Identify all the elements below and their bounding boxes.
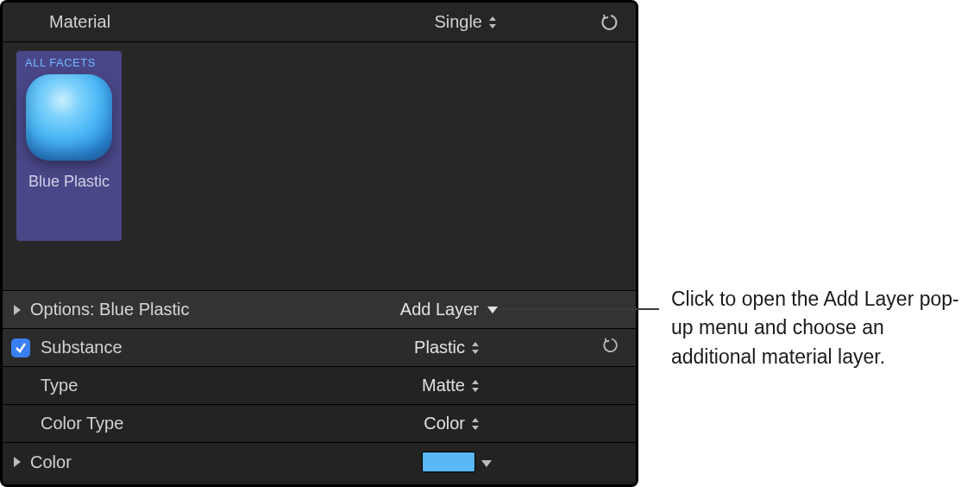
svg-marker-6 [472, 380, 479, 384]
material-mode-value: Single [434, 12, 482, 32]
stepper-icon [487, 16, 498, 29]
type-value-popup[interactable]: Matte [422, 376, 481, 395]
svg-marker-1 [489, 24, 496, 28]
stepper-icon [470, 379, 481, 393]
substance-label: Substance [41, 338, 122, 357]
reset-icon[interactable] [601, 13, 620, 32]
stepper-icon [470, 341, 481, 355]
svg-marker-5 [472, 350, 479, 354]
all-facets-label: ALL FACETS [22, 56, 96, 69]
material-title: Material [49, 12, 434, 32]
svg-marker-2 [14, 305, 21, 315]
svg-marker-9 [472, 426, 479, 430]
stepper-icon [470, 417, 481, 431]
substance-row: Substance Plastic [3, 329, 636, 367]
add-layer-popup[interactable]: Add Layer [400, 300, 499, 319]
svg-marker-11 [481, 460, 492, 467]
substance-checkbox[interactable] [11, 338, 30, 357]
type-label: Type [41, 376, 78, 395]
disclosure-right-icon[interactable] [11, 456, 23, 468]
material-swatch [26, 74, 112, 161]
chevron-down-icon [486, 300, 499, 319]
add-layer-label: Add Layer [400, 300, 479, 319]
disclosure-right-icon[interactable] [11, 304, 23, 316]
substance-value-popup[interactable]: Plastic [414, 338, 481, 357]
color-type-label: Color Type [41, 414, 123, 433]
callout-text: Click to open the Add Layer pop-up menu … [671, 285, 964, 371]
material-preview-well: ALL FACETS Blue Plastic [3, 42, 636, 291]
svg-marker-3 [487, 307, 498, 313]
material-mode-popup[interactable]: Single [434, 12, 498, 32]
callout-line [502, 308, 659, 310]
color-value-group [422, 452, 493, 472]
color-type-row: Color Type Color [3, 405, 636, 443]
svg-marker-4 [472, 342, 479, 346]
facet-card[interactable]: ALL FACETS Blue Plastic [16, 51, 122, 241]
color-well[interactable] [422, 452, 475, 472]
material-inspector-panel: Material Single ALL FACETS Blue Plastic [0, 0, 638, 487]
svg-marker-7 [472, 388, 479, 392]
check-icon [14, 341, 28, 355]
material-name-label: Blue Plastic [28, 173, 110, 191]
type-row: Type Matte [3, 367, 636, 405]
color-label: Color [30, 452, 72, 472]
options-label: Options: Blue Plastic [30, 300, 190, 319]
chevron-down-icon[interactable] [481, 452, 493, 472]
svg-marker-0 [489, 16, 496, 21]
svg-marker-10 [14, 457, 21, 467]
reset-icon[interactable] [603, 337, 620, 358]
color-row: Color [3, 443, 636, 481]
material-header: Material Single [3, 3, 636, 42]
svg-marker-8 [472, 418, 479, 422]
options-row: Options: Blue Plastic Add Layer [3, 291, 636, 329]
color-type-value-popup[interactable]: Color [424, 414, 481, 433]
